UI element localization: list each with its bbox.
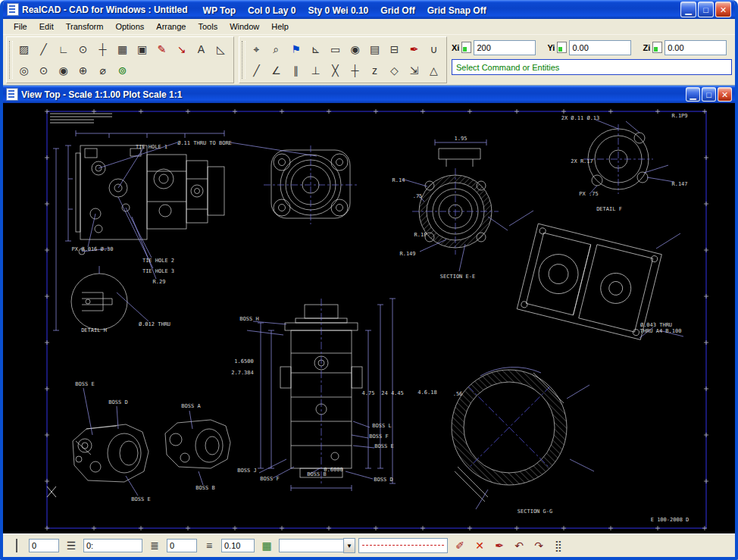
color-swatch bbox=[16, 539, 17, 552]
button-glyph: ✕ bbox=[720, 5, 727, 14]
toolbar-grip[interactable] bbox=[242, 41, 245, 79]
menu-edit[interactable]: Edit bbox=[33, 20, 60, 33]
osnap-intersect-icon[interactable]: ╳ bbox=[326, 61, 345, 80]
circle-radius-icon[interactable]: ⊕ bbox=[73, 61, 92, 80]
menu-arrange[interactable]: Arrange bbox=[150, 20, 192, 33]
view-close-button[interactable]: ✕ bbox=[718, 87, 732, 102]
dimension-icon[interactable]: ↘ bbox=[172, 40, 191, 58]
view-minimize-button[interactable]: ▁ bbox=[686, 87, 700, 102]
select-fence-icon[interactable]: ▨ bbox=[14, 40, 33, 58]
osnap-center-icon[interactable]: ┼ bbox=[346, 61, 364, 80]
linestyle-preview[interactable] bbox=[358, 538, 448, 553]
menu-transform[interactable]: Transform bbox=[60, 20, 110, 33]
view-section-ee bbox=[402, 139, 508, 271]
render-icon[interactable]: ▤ bbox=[365, 40, 384, 58]
hatch-icon[interactable]: ▦ bbox=[113, 40, 132, 58]
osnap-z-icon[interactable]: z bbox=[365, 61, 384, 80]
redline-icon[interactable]: ✒ bbox=[490, 537, 508, 554]
view-section-gg bbox=[452, 367, 594, 509]
xi-label: Xi bbox=[452, 43, 459, 52]
menu-options[interactable]: Options bbox=[109, 20, 150, 33]
toolbar-icon-glyph: ▦ bbox=[117, 43, 127, 55]
line-icon[interactable]: ╱ bbox=[34, 40, 53, 58]
cells-icon: ▦ bbox=[261, 540, 271, 552]
ruler-icon[interactable]: ⊟ bbox=[385, 40, 404, 58]
undo-icon[interactable]: ↶ bbox=[510, 537, 528, 554]
button-glyph: ✕ bbox=[721, 90, 728, 99]
view-restore-button[interactable]: □ bbox=[702, 87, 716, 102]
polyline-icon[interactable]: ∟ bbox=[54, 40, 73, 58]
circle-tangent-icon[interactable]: ◉ bbox=[54, 61, 73, 80]
view-window-title: View Top - Scale 1:1.00 Plot Scale 1:1 bbox=[21, 89, 182, 100]
view-detail-f bbox=[583, 120, 674, 194]
freehand-sketch-icon[interactable]: ✎ bbox=[152, 40, 171, 58]
image-icon[interactable]: ▣ bbox=[133, 40, 152, 58]
axes-icon[interactable]: ⊾ bbox=[306, 40, 325, 58]
zi-lock-icon[interactable] bbox=[652, 42, 662, 53]
maximize-button[interactable]: □ bbox=[698, 2, 714, 17]
toolbar-icon-glyph: ↷ bbox=[534, 540, 543, 552]
xi-input[interactable] bbox=[474, 40, 536, 55]
circle-3pt-icon[interactable]: ⊙ bbox=[34, 61, 53, 80]
toolbar-icon-glyph: ⊚ bbox=[118, 64, 127, 77]
menu-bar: FileEditTransformOptionsArrangeToolsWind… bbox=[3, 19, 735, 35]
main-titlebar[interactable]: RealCAD - CAD for Windows : Untitled WP … bbox=[3, 0, 735, 19]
osnap-end-icon[interactable]: ∠ bbox=[267, 61, 286, 80]
lineweight-button[interactable]: ≡ bbox=[200, 537, 218, 554]
layers-button[interactable]: ☰ bbox=[62, 537, 80, 554]
drawing-canvas[interactable]: Ø.11 THRU TO BORETIE HOLE 1PX Ø.016 Ø.30… bbox=[3, 103, 735, 533]
osnap-angle-icon[interactable]: △ bbox=[424, 61, 443, 80]
toolbar-icon-glyph: ✒ bbox=[495, 540, 504, 552]
linetype-button[interactable]: ≣ bbox=[145, 537, 164, 554]
circle-2pt-icon[interactable]: ◎ bbox=[14, 61, 33, 80]
lineweight-icon: ≡ bbox=[206, 540, 212, 552]
redline-pen-icon[interactable]: ✒ bbox=[405, 40, 424, 58]
osnap-line-icon[interactable]: ╱ bbox=[247, 61, 266, 80]
combo-dropdown-arrow[interactable]: ▼ bbox=[343, 538, 355, 553]
grid-cross-marks bbox=[45, 109, 708, 530]
toolbar-icon-glyph: ⣿ bbox=[555, 540, 562, 552]
yi-lock-icon[interactable] bbox=[557, 42, 567, 53]
view-window-titlebar[interactable]: View Top - Scale 1:1.00 Plot Scale 1:1 ▁… bbox=[3, 85, 735, 103]
osnap-measure-icon[interactable]: ⇲ bbox=[405, 61, 424, 80]
active-color-button[interactable] bbox=[8, 537, 26, 554]
pan-icon[interactable]: ⌖ bbox=[247, 40, 266, 58]
minimize-button[interactable]: ▁ bbox=[680, 2, 696, 17]
color-index-input[interactable] bbox=[29, 539, 59, 552]
lineweight-input[interactable] bbox=[221, 539, 255, 552]
osnap-parallel-icon[interactable]: ∥ bbox=[286, 61, 305, 80]
menu-tools[interactable]: Tools bbox=[192, 20, 224, 33]
zi-input[interactable] bbox=[665, 40, 727, 55]
menu-window[interactable]: Window bbox=[224, 20, 265, 33]
camera-icon[interactable]: ◉ bbox=[346, 40, 364, 58]
linetype-input[interactable] bbox=[167, 539, 197, 552]
point-snap-icon[interactable]: ┼ bbox=[93, 40, 112, 58]
menu-help[interactable]: Help bbox=[265, 20, 295, 33]
close-button[interactable]: ✕ bbox=[715, 2, 731, 17]
canvas-svg bbox=[3, 103, 735, 533]
style-combo-input[interactable] bbox=[279, 539, 343, 552]
zoom-icon[interactable]: ⌕ bbox=[267, 40, 286, 58]
redo-icon[interactable]: ↷ bbox=[530, 537, 548, 554]
toolbar-icon-glyph: ⌖ bbox=[254, 43, 260, 55]
text-icon[interactable]: A bbox=[192, 40, 211, 58]
circle-diameter-icon[interactable]: ⌀ bbox=[93, 61, 112, 80]
viewport-icon[interactable]: ▭ bbox=[326, 40, 345, 58]
osnap-quadrant-icon[interactable]: ◇ bbox=[385, 61, 404, 80]
materials-icon[interactable]: ∪ bbox=[424, 40, 443, 58]
command-prompt[interactable]: Select Command or Entities bbox=[452, 59, 732, 75]
yi-input[interactable] bbox=[569, 40, 631, 55]
menu-file[interactable]: File bbox=[8, 20, 33, 33]
grid-dots-icon[interactable]: ⣿ bbox=[549, 537, 568, 554]
osnap-perpendicular-icon[interactable]: ⊥ bbox=[306, 61, 325, 80]
toolbar-grip[interactable] bbox=[9, 41, 13, 79]
dropper-icon[interactable]: ✐ bbox=[451, 537, 469, 554]
cells-button[interactable]: ▦ bbox=[258, 537, 276, 554]
layer-input[interactable] bbox=[83, 539, 142, 552]
xi-lock-icon[interactable] bbox=[461, 42, 471, 53]
delete-entity-icon[interactable]: ✕ bbox=[471, 537, 489, 554]
circle-center-icon[interactable]: ⊙ bbox=[73, 40, 92, 58]
circle-copy-icon[interactable]: ⊚ bbox=[113, 61, 132, 80]
chamfer-icon[interactable]: ◺ bbox=[211, 40, 230, 58]
zoom-extents-icon[interactable]: ⚑ bbox=[286, 40, 305, 58]
